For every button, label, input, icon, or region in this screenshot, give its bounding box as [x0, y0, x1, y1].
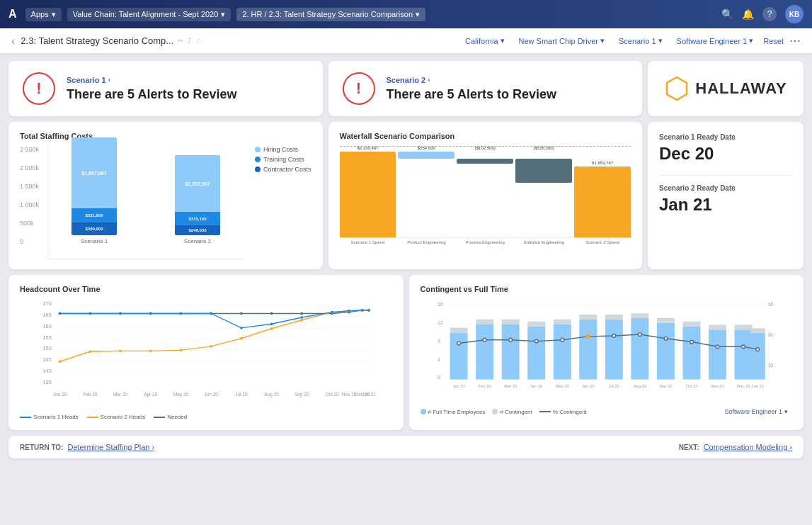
- svg-rect-101: [631, 313, 648, 318]
- reset-button[interactable]: Reset: [763, 37, 784, 45]
- avatar[interactable]: KB: [785, 5, 804, 23]
- svg-text:Apr 20: Apr 20: [144, 392, 158, 397]
- back-arrow[interactable]: ‹: [11, 35, 15, 47]
- svg-text:Mar 20: Mar 20: [504, 384, 517, 388]
- svg-point-44: [119, 312, 122, 315]
- sub-nav: ‹ 2.3: Talent Strategy Scenario Comp... …: [0, 28, 812, 54]
- waterfall-x-labels: Scenario 1 Spend Product Engineering Pro…: [340, 240, 631, 244]
- scenario2-label[interactable]: Scenario 2 ›: [387, 76, 629, 84]
- help-icon[interactable]: ?: [762, 7, 777, 21]
- return-link[interactable]: Determine Staffing Plan ›: [67, 443, 154, 451]
- filter-scenario1[interactable]: Scenario 1 ▾: [614, 35, 667, 47]
- svg-rect-106: [750, 328, 765, 333]
- legend-scenario2-heads: Scenario 2 Heads: [87, 414, 146, 420]
- legend-full-time: # Full Time Employees: [421, 409, 486, 415]
- svg-text:Feb 20: Feb 20: [478, 384, 491, 388]
- more-options-button[interactable]: ⋯: [789, 34, 801, 47]
- svg-text:Apr 20: Apr 20: [530, 384, 542, 388]
- svg-point-53: [361, 309, 364, 312]
- next-label: NEXT:: [679, 444, 699, 451]
- scenario2-date-value: Jan 21: [659, 195, 792, 215]
- share-icon[interactable]: ⤴: [188, 37, 191, 45]
- svg-point-111: [560, 338, 564, 341]
- filter-california[interactable]: California ▾: [461, 35, 508, 47]
- svg-text:150: 150: [42, 345, 51, 351]
- filter-bar: California ▾ New Smart Chip Driver ▾ Sce…: [461, 34, 801, 47]
- bar-label-1: Scenario 1: [81, 238, 108, 244]
- svg-text:16: 16: [438, 302, 443, 307]
- svg-point-109: [508, 338, 512, 341]
- svg-rect-97: [527, 322, 545, 327]
- charts-row: Total Staffing Costs 2 500k 2 000k 1 500…: [8, 122, 804, 269]
- svg-text:Aug 20: Aug 20: [264, 392, 279, 397]
- waterfall-chart-area: $2,130,467 $154,000 ($102,500): [340, 146, 631, 252]
- svg-text:Jan 20: Jan 20: [452, 384, 464, 388]
- company-logo: HALLAWAY: [664, 76, 787, 101]
- scenario1-date-label: Scenario 1 Ready Date: [659, 133, 792, 141]
- svg-text:Feb 20: Feb 20: [83, 392, 98, 397]
- scenario2-date-section: Scenario 2 Ready Date Jan 21: [659, 184, 792, 215]
- svg-point-49: [270, 322, 273, 325]
- svg-text:140: 140: [42, 368, 51, 374]
- svg-rect-100: [605, 315, 622, 320]
- legend-hiring: Hiring Costs: [255, 146, 311, 153]
- svg-text:Jun 20: Jun 20: [582, 384, 594, 388]
- svg-text:May 20: May 20: [555, 384, 568, 388]
- svg-point-35: [240, 337, 243, 340]
- svg-point-47: [210, 312, 212, 315]
- svg-rect-87: [605, 320, 622, 380]
- svg-text:Aug 20: Aug 20: [633, 384, 646, 388]
- contingent-filter-button[interactable]: Software Engineer 1 ▾: [720, 407, 792, 417]
- svg-text:165: 165: [42, 312, 51, 318]
- legend-scenario1-heads: Scenario 1 Heads: [20, 414, 79, 420]
- edit-icon[interactable]: ✏: [178, 37, 183, 45]
- legend-training: Training Costs: [255, 156, 311, 163]
- scenario2-date-label: Scenario 2 Ready Date: [659, 184, 792, 192]
- svg-point-42: [59, 312, 62, 315]
- wf-bar-product-eng: $154,000: [398, 146, 454, 237]
- company-card: HALLAWAY: [648, 61, 804, 116]
- svg-point-43: [88, 312, 91, 315]
- svg-text:155: 155: [42, 334, 51, 341]
- svg-point-118: [741, 345, 745, 349]
- svg-rect-94: [450, 327, 467, 333]
- svg-rect-102: [656, 318, 674, 323]
- return-label: RETURN TO:: [20, 444, 63, 451]
- alert-icon-1: !: [23, 72, 55, 105]
- svg-text:Jan 21: Jan 21: [362, 392, 376, 397]
- hiring-dot: [255, 147, 261, 152]
- svg-point-24: [300, 312, 303, 315]
- chain-button[interactable]: Value Chain: Talent Alignment - Sept 202…: [67, 8, 231, 21]
- svg-point-30: [88, 350, 91, 353]
- next-link[interactable]: Compensation Modeling ›: [704, 443, 792, 451]
- wf-bar-scenario2: $1,653,767: [574, 146, 631, 237]
- contingent-chart-area: 16 12 8 4 0 30 20 10: [421, 299, 793, 405]
- svg-point-110: [534, 339, 538, 343]
- svg-point-112: [586, 334, 590, 338]
- svg-rect-83: [501, 324, 519, 380]
- star-icon[interactable]: ☆: [195, 37, 202, 45]
- svg-rect-104: [708, 325, 726, 330]
- wf-bar-scenario1: $2,130,467: [340, 146, 396, 237]
- app-logo: A: [8, 8, 17, 21]
- svg-point-31: [119, 350, 122, 353]
- svg-text:Sep 20: Sep 20: [295, 392, 309, 397]
- svg-rect-91: [708, 329, 726, 379]
- bell-icon[interactable]: 🔔: [742, 9, 754, 20]
- apps-button[interactable]: Apps ▾: [25, 8, 62, 21]
- svg-text:4: 4: [438, 357, 440, 362]
- contractor-dot: [255, 166, 261, 172]
- svg-text:170: 170: [42, 300, 51, 307]
- scenario1-label[interactable]: Scenario 1 ›: [67, 76, 309, 84]
- svg-text:Nov 20: Nov 20: [711, 384, 724, 388]
- filter-eng1[interactable]: Software Engineer 1 ▾: [673, 35, 758, 47]
- svg-point-119: [755, 348, 759, 351]
- svg-rect-82: [476, 324, 493, 380]
- svg-rect-103: [682, 322, 700, 327]
- search-icon[interactable]: 🔍: [721, 9, 733, 20]
- scenario2-alert-title: There are 5 Alerts to Review: [387, 87, 629, 102]
- bar-label-2: Scenario 2: [184, 238, 211, 244]
- filter-driver[interactable]: New Smart Chip Driver ▾: [515, 35, 609, 47]
- scenario2-alert-card: ! Scenario 2 › There are 5 Alerts to Rev…: [328, 61, 643, 116]
- svg-rect-92: [734, 329, 752, 379]
